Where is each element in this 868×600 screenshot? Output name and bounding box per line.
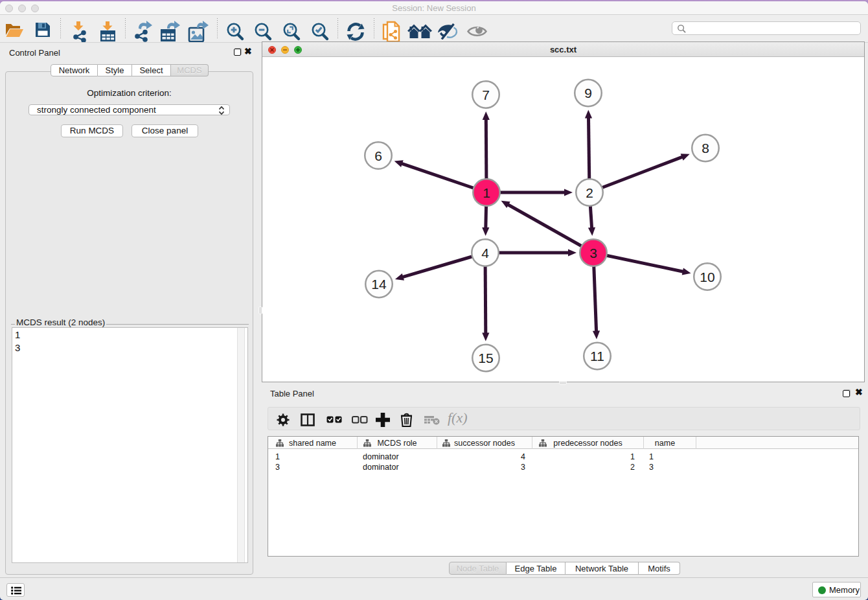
svg-text:10: 10 [700,270,714,284]
svg-text:9: 9 [584,86,592,100]
svg-text:7: 7 [482,87,490,102]
svg-text:6: 6 [374,148,382,163]
svg-text:11: 11 [590,349,604,363]
svg-text:3: 3 [589,246,597,260]
svg-text:14: 14 [371,277,387,292]
svg-text:2: 2 [586,185,593,200]
svg-text:8: 8 [702,141,709,156]
svg-text:15: 15 [478,351,493,365]
svg-text:4: 4 [481,246,489,260]
svg-text:1: 1 [483,185,490,200]
